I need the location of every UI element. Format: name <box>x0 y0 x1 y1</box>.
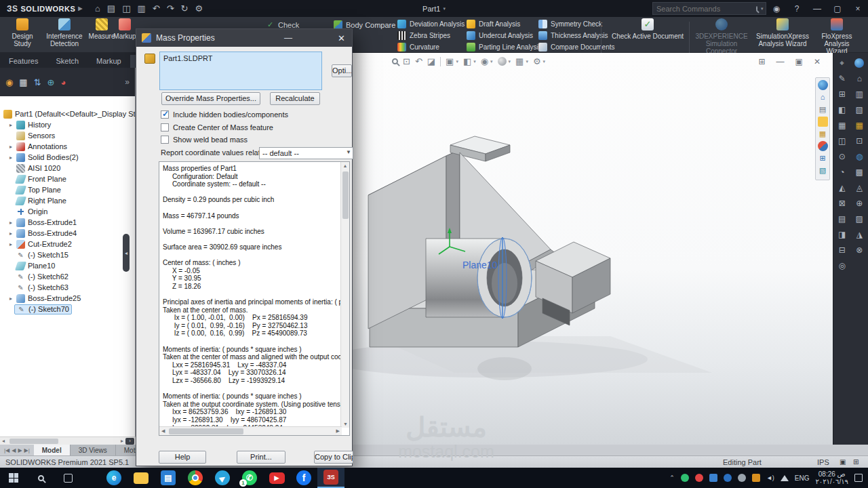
report-vertical-scrollbar[interactable]: ▲ ▼ <box>340 162 349 428</box>
tree-item-boss-extrude4[interactable]: ▸Boss-Extrude4 <box>0 228 135 239</box>
home-pane-icon[interactable]: ⌂ <box>818 92 828 102</box>
simulationxpress-wizard-button[interactable]: SimulationXpress Analysis Wizard <box>753 18 812 47</box>
maximize-icon[interactable]: ▢ <box>827 4 848 14</box>
dialog-titlebar[interactable]: Mass Properties — ✕ <box>136 29 352 47</box>
tab-model[interactable]: Model <box>34 445 71 455</box>
tab-3d-views[interactable]: 3D Views <box>71 445 116 455</box>
search-icon[interactable] <box>756 6 757 11</box>
scroll-left-icon[interactable]: ◂ <box>0 438 5 444</box>
3dexperience-marketplace-icon[interactable] <box>818 80 828 90</box>
tab-scroll-last-icon[interactable]: ▶| <box>24 447 30 453</box>
status-icon[interactable]: ▣ <box>840 458 846 466</box>
taskbar-telegram-app[interactable]: ▶ <box>209 468 236 488</box>
scrollbar-thumb[interactable] <box>342 171 349 219</box>
symmetry-check-button[interactable]: Symmetry Check <box>538 19 602 29</box>
deviation-analysis-button[interactable]: Deviation Analysis <box>397 19 465 29</box>
rebuild-icon[interactable]: ↻ <box>181 3 189 14</box>
open-icon[interactable]: ▤ <box>107 3 115 14</box>
search-dropdown-icon[interactable]: ▾ <box>761 6 764 12</box>
right-toolbar-icon[interactable]: ◭ <box>839 183 845 192</box>
volume-icon[interactable]: ◄) <box>766 474 774 481</box>
tray-icon[interactable] <box>752 474 760 482</box>
taskbar-solidworks-app[interactable]: ЗS <box>317 468 344 488</box>
right-toolbar-icon[interactable]: ◧ <box>838 105 846 115</box>
report-horizontal-scrollbar[interactable]: ◀ ▶ <box>159 426 342 435</box>
checkbox-create-com-feature[interactable]: Create Center of Mass feature <box>161 123 273 131</box>
tree-item-boss-extrude25[interactable]: ▸Boss-Extrude25 <box>0 293 135 304</box>
tree-item-origin[interactable]: Origin <box>0 206 135 217</box>
redo-icon[interactable]: ↷ <box>167 3 174 14</box>
clock[interactable]: 08:26 ص ٢٠٢١/٠٦/١٩ <box>815 470 848 485</box>
tree-item-sketch70[interactable]: (-) Sketch70 <box>0 304 135 314</box>
thickness-analysis-button[interactable]: Thickness Analysis <box>538 30 608 41</box>
right-toolbar-icon[interactable]: ◨ <box>838 230 846 239</box>
tree-item-plane10[interactable]: Plane10 <box>0 260 135 271</box>
options-button[interactable]: Opti... <box>332 64 352 77</box>
undo-icon[interactable]: ↶ <box>153 3 160 14</box>
tree-item-front-plane[interactable]: Front Plane <box>0 174 135 184</box>
action-center-icon[interactable] <box>854 474 863 482</box>
tree-root[interactable]: Part1 (Default<<Default>_Display St... <box>0 108 135 119</box>
network-icon[interactable] <box>781 475 789 481</box>
tree-item-cut-extrude2[interactable]: ▸Cut-Extrude2 <box>0 239 135 249</box>
checkbox-icon[interactable] <box>161 136 169 144</box>
taskbar-edge-app[interactable]: e <box>100 468 127 488</box>
interference-detection-button[interactable]: Interference Detection <box>43 18 85 47</box>
dialog-close-icon[interactable]: ✕ <box>338 33 345 43</box>
start-button[interactable] <box>0 468 27 488</box>
draft-analysis-button[interactable]: Draft Analysis <box>467 19 520 29</box>
tree-item-top-plane[interactable]: Top Plane <box>0 184 135 195</box>
home-icon[interactable]: ⌂ <box>95 3 100 14</box>
markup-button[interactable]: Markup <box>111 18 138 40</box>
tray-icon[interactable] <box>681 474 689 482</box>
zebra-stripes-button[interactable]: Zebra Stripes <box>397 30 450 41</box>
search-input[interactable] <box>656 5 753 13</box>
expander-icon[interactable]: ▸ <box>9 144 16 150</box>
right-toolbar-icon[interactable]: ⊕ <box>856 199 863 208</box>
taskbar-chrome-app[interactable] <box>182 468 209 488</box>
right-toolbar-icon[interactable]: ⊡ <box>856 136 863 146</box>
right-toolbar-icon[interactable]: ▧ <box>856 105 863 115</box>
right-toolbar-icon[interactable]: ▥ <box>856 89 863 99</box>
taskbar-file-explorer-app[interactable] <box>127 468 155 488</box>
tab-scroll-first-icon[interactable]: |◀ <box>4 447 9 453</box>
print-button[interactable]: Print... <box>237 451 285 464</box>
language-indicator[interactable]: ENG <box>795 474 810 482</box>
tab-scroll-next-icon[interactable]: ▶ <box>18 447 22 453</box>
search-commands-box[interactable]: ▾ <box>652 2 766 15</box>
right-toolbar-icon[interactable]: ◫ <box>838 136 846 146</box>
floxpress-wizard-button[interactable]: FloXpress Analysis Wizard <box>814 18 860 55</box>
coordinate-system-dropdown[interactable]: -- default -- ▼ <box>259 147 353 159</box>
undercut-analysis-button[interactable]: Undercut Analysis <box>467 30 533 41</box>
scroll-left-icon[interactable]: ◀ <box>161 428 165 434</box>
mass-properties-report[interactable]: Mass properties of Part1 Configuration: … <box>159 161 350 436</box>
login-icon[interactable]: ◉ <box>766 4 787 14</box>
right-toolbar-icon[interactable]: ⊙ <box>839 152 846 161</box>
scroll-up-icon[interactable]: ▲ <box>341 162 349 168</box>
collapse-panel-icon[interactable]: › <box>125 438 134 445</box>
tree-item-sensors[interactable]: Sensors <box>0 130 135 141</box>
right-toolbar-icon[interactable]: ▩ <box>856 167 863 177</box>
save-icon[interactable]: ◫ <box>122 3 130 14</box>
close-icon[interactable]: × <box>848 4 868 14</box>
tree-item-boss-extrude1[interactable]: ▸Boss-Extrude1 <box>0 217 135 228</box>
logo-arrow-icon[interactable]: ▶ <box>78 5 83 12</box>
scroll-right-icon[interactable]: ▸ <box>121 438 123 444</box>
tree-item-sketch62[interactable]: (-) Sketch62 <box>0 271 135 282</box>
scrollbar-thumb[interactable] <box>169 428 243 434</box>
recalculate-button[interactable]: Recalculate <box>270 92 320 105</box>
override-mass-properties-button[interactable]: Override Mass Properties... <box>161 92 260 105</box>
taskbar-search-button[interactable] <box>27 468 54 488</box>
right-toolbar-icon[interactable]: ▤ <box>838 214 846 224</box>
expander-icon[interactable]: ▸ <box>9 122 16 128</box>
right-toolbar-icon[interactable]: ◮ <box>856 230 863 239</box>
tab-markup[interactable]: Markup <box>87 55 130 68</box>
right-toolbar-icon[interactable]: ▨ <box>856 214 863 224</box>
tree-item-sketch15[interactable]: (-) Sketch15 <box>0 249 135 260</box>
expander-icon[interactable]: ▸ <box>9 220 16 226</box>
right-toolbar-icon[interactable]: ◍ <box>856 152 863 161</box>
checkbox-show-weld-bead[interactable]: Show weld bead mass <box>161 136 248 144</box>
tab-sketch[interactable]: Sketch <box>47 55 87 68</box>
right-toolbar-icon[interactable]: ✎ <box>839 74 846 83</box>
tray-cloud-icon[interactable] <box>738 474 746 482</box>
